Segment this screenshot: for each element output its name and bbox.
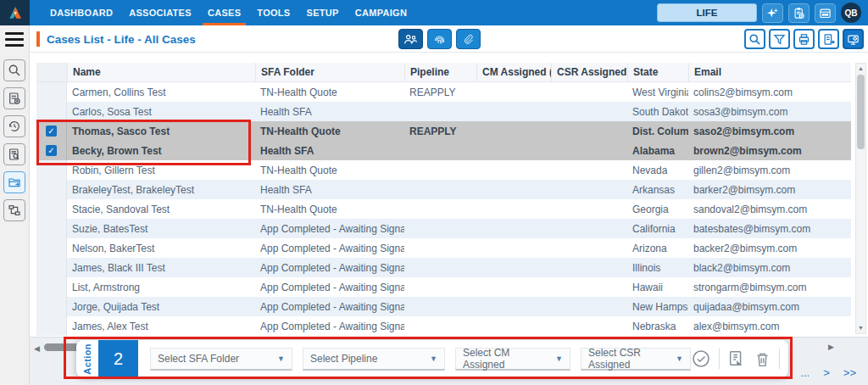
- row-checkbox-cell[interactable]: [36, 258, 67, 277]
- sidebar-document-preview-button[interactable]: [3, 143, 25, 165]
- row-checkbox-cell[interactable]: [36, 238, 67, 258]
- cell-name: Carlos, Sosa Test: [67, 102, 255, 121]
- row-checkbox-cell[interactable]: ✓: [36, 121, 67, 141]
- workflow-icon: [8, 204, 21, 217]
- cell-state: California: [627, 219, 688, 238]
- header-email[interactable]: Email: [688, 63, 851, 81]
- header-cm-assigned[interactable]: CM Assigned (P): [476, 63, 551, 81]
- cell-cm-assigned: [476, 141, 551, 160]
- header-pipeline[interactable]: Pipeline: [404, 63, 476, 81]
- table-row[interactable]: ✓ Becky, Brown Test Health SFA Alabama b…: [36, 141, 851, 160]
- table-row[interactable]: Suzie, BatesTest App Completed - Awaitin…: [36, 219, 851, 238]
- cm-assigned-select[interactable]: Select CM Assigned▼: [455, 348, 570, 371]
- nav-campaign[interactable]: CAMPAIGN: [355, 0, 407, 25]
- cell-email: backer2@bimsym.com: [688, 238, 851, 258]
- cell-cm-assigned: [476, 121, 551, 141]
- left-sidebar: [0, 53, 30, 385]
- cell-sfa-folder: TN-Health Quote: [255, 160, 404, 180]
- row-checkbox-cell[interactable]: [36, 160, 67, 180]
- row-checkbox[interactable]: ✓: [46, 145, 57, 156]
- table-row[interactable]: Stacie, Sandoval Test TN-Health Quote Ge…: [36, 199, 851, 219]
- close-icon[interactable]: [787, 350, 788, 367]
- delete-icon[interactable]: [754, 350, 771, 368]
- fingerprint-button[interactable]: [427, 29, 452, 49]
- table-row[interactable]: Robin, Gillern Test TN-Health Quote Neva…: [36, 160, 851, 180]
- sidebar-workflow-button[interactable]: [3, 199, 25, 221]
- user-avatar[interactable]: QB: [841, 3, 861, 23]
- sfa-folder-select[interactable]: Select SFA Folder▼: [150, 348, 292, 371]
- nav-cases[interactable]: CASES: [208, 0, 241, 25]
- pipeline-select[interactable]: Select Pipeline▼: [303, 348, 445, 371]
- sidebar-note-add-button[interactable]: [3, 87, 25, 109]
- nav-setup[interactable]: SETUP: [307, 0, 339, 25]
- fingerprint-icon: [432, 33, 447, 46]
- last-page-button[interactable]: >>: [843, 366, 856, 379]
- scroll-right-icon[interactable]: ▶: [828, 343, 834, 351]
- table-row[interactable]: James, Alex Test App Completed - Awaitin…: [36, 316, 851, 336]
- table-row[interactable]: Carmen, Collins Test TN-Health Quote REA…: [36, 82, 851, 102]
- cell-state: West Virginia: [627, 82, 688, 102]
- header-csr-assigned[interactable]: CSR Assigned (P): [551, 63, 627, 81]
- row-checkbox-cell[interactable]: [36, 297, 67, 316]
- export-button[interactable]: [818, 29, 839, 49]
- filter-button[interactable]: [769, 29, 790, 49]
- scroll-up-icon[interactable]: ▲: [858, 64, 864, 74]
- attachment-button[interactable]: [456, 29, 481, 49]
- vertical-scrollbar[interactable]: ▲ ▼: [855, 63, 866, 334]
- scroll-left-icon[interactable]: ◀: [34, 344, 40, 353]
- cell-name: BrakeleyTest, BrakeleyTest: [67, 180, 255, 199]
- cell-email: barker2@bimsym.com: [688, 180, 851, 199]
- apply-check-icon[interactable]: [691, 349, 711, 369]
- cell-pipeline: [404, 219, 476, 238]
- header-checkbox-cell[interactable]: [36, 63, 67, 81]
- cell-csr-assigned: [551, 238, 627, 258]
- table-row[interactable]: BrakeleyTest, BrakeleyTest Health SFA Ar…: [36, 180, 851, 199]
- sparkles-button[interactable]: [762, 3, 783, 23]
- table-row[interactable]: ✓ Thomas, Sasco Test TN-Health Quote REA…: [36, 121, 851, 141]
- sidebar-search-button[interactable]: [3, 59, 25, 81]
- table-row[interactable]: Carlos, Sosa Test Health SFA South Dakot…: [36, 102, 851, 121]
- row-checkbox-cell[interactable]: [36, 219, 67, 238]
- device-settings-button[interactable]: [843, 29, 864, 49]
- row-checkbox-cell[interactable]: [36, 316, 67, 336]
- search-button[interactable]: [744, 29, 765, 49]
- row-checkbox-cell[interactable]: [36, 82, 67, 102]
- chevron-down-icon: ▼: [277, 354, 285, 363]
- row-checkbox-cell[interactable]: [36, 199, 67, 219]
- cell-csr-assigned: [551, 141, 627, 160]
- device-settings-icon: [847, 33, 860, 46]
- print-button[interactable]: [793, 29, 815, 49]
- table-row[interactable]: Jorge, Quijada Test App Completed - Awai…: [36, 297, 851, 316]
- next-page-button[interactable]: >: [823, 366, 830, 379]
- header-name[interactable]: Name: [67, 63, 255, 81]
- row-checkbox-cell[interactable]: ✓: [36, 141, 67, 160]
- header-state[interactable]: State: [627, 63, 688, 81]
- vertical-scrollbar-thumb[interactable]: [857, 75, 865, 149]
- scheduler-button[interactable]: [815, 3, 836, 23]
- action-tab[interactable]: Action: [76, 340, 98, 377]
- cell-state: Arizona: [627, 238, 688, 258]
- nav-associates[interactable]: ASSOCIATES: [129, 0, 192, 25]
- cell-name: Stacie, Sandoval Test: [67, 199, 255, 219]
- sidebar-folder-transfer-button[interactable]: [3, 171, 25, 193]
- table-row[interactable]: Nelson, BakerTest App Completed - Awaiti…: [36, 238, 851, 258]
- app-logo[interactable]: [0, 0, 30, 25]
- cell-pipeline: REAPPLY: [404, 82, 476, 102]
- life-mode-button[interactable]: LIFE: [657, 3, 757, 22]
- sidebar-history-button[interactable]: [3, 115, 25, 137]
- hamburger-menu-button[interactable]: [0, 25, 30, 53]
- scroll-down-icon[interactable]: ▼: [858, 323, 864, 333]
- row-checkbox-cell[interactable]: [36, 180, 67, 199]
- row-checkbox[interactable]: ✓: [46, 126, 57, 137]
- clipboard-add-button[interactable]: [788, 3, 810, 23]
- nav-tools[interactable]: TOOLS: [257, 0, 290, 25]
- group-view-button[interactable]: [398, 29, 423, 49]
- header-sfa-folder[interactable]: SFA Folder: [255, 63, 404, 81]
- table-row[interactable]: James, Black III Test App Completed - Aw…: [36, 258, 851, 277]
- nav-dashboard[interactable]: DASHBOARD: [50, 0, 113, 25]
- copy-document-icon[interactable]: [727, 349, 746, 368]
- table-row[interactable]: List, Armstrong App Completed - Awaiting…: [36, 277, 851, 297]
- row-checkbox-cell[interactable]: [36, 102, 67, 121]
- csr-assigned-select[interactable]: Select CSR Assigned▼: [581, 348, 691, 371]
- row-checkbox-cell[interactable]: [36, 277, 67, 297]
